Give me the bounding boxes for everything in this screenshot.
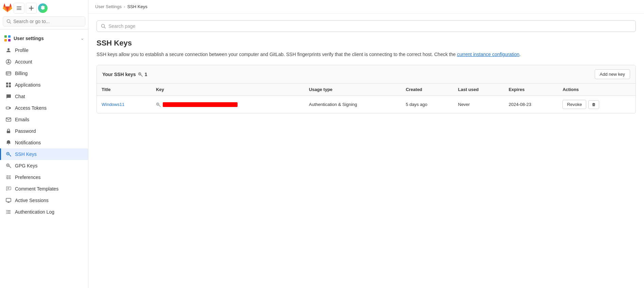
svg-rect-0 [17, 6, 21, 7]
table-header-row: Your SSH keys 1 Add new key [97, 65, 636, 84]
sliders-icon [5, 174, 12, 180]
key-cell [156, 102, 299, 107]
sidebar-item-label: Authentication Log [15, 209, 54, 215]
svg-point-29 [9, 177, 10, 178]
nav-section-title: User settings [14, 36, 44, 41]
col-actions: Actions [558, 84, 636, 96]
add-new-key-button[interactable]: Add new key [595, 69, 630, 79]
page-description: SSH keys allow you to establish a secure… [97, 51, 636, 58]
search-page-icon [101, 24, 106, 29]
sidebar-item-label: Emails [15, 117, 29, 122]
search-page-bar[interactable] [97, 20, 636, 32]
token-icon [5, 105, 12, 111]
sidebar-item-emails[interactable]: Emails [0, 114, 88, 125]
sidebar-item-gpg-keys[interactable]: GPG Keys [0, 160, 88, 172]
delete-button[interactable] [588, 100, 599, 109]
lock-icon [5, 128, 12, 134]
comment-template-icon [5, 186, 12, 192]
svg-rect-14 [9, 83, 11, 85]
sidebar-item-active-sessions[interactable]: Active Sessions [0, 195, 88, 206]
sidebar-item-label: Profile [15, 48, 29, 53]
svg-line-4 [10, 22, 11, 24]
revoke-button[interactable]: Revoke [562, 100, 586, 109]
monitor-icon [5, 197, 12, 203]
person-icon [5, 47, 12, 53]
col-usage-type: Usage type [304, 84, 401, 96]
sidebar-item-label: Active Sessions [15, 198, 49, 203]
ssh-keys-table: Title Key Usage type Created Last used E… [97, 84, 636, 113]
key-redacted-value [163, 102, 238, 107]
user-avatar-icon[interactable] [38, 3, 48, 13]
svg-rect-16 [9, 85, 11, 87]
svg-point-18 [9, 107, 11, 109]
sidebar-item-label: Applications [15, 82, 41, 88]
sidebar-item-profile[interactable]: Profile [0, 44, 88, 56]
sidebar-item-applications[interactable]: Applications [0, 79, 88, 91]
sidebar-item-billing[interactable]: Billing [0, 68, 88, 79]
breadcrumb: User Settings › SSH Keys [88, 0, 644, 14]
gpg-key-icon [5, 163, 12, 169]
table-row: Windows11 A [97, 96, 636, 113]
current-instance-link[interactable]: current instance configuration [457, 52, 520, 57]
person-circle-icon [5, 59, 12, 65]
svg-rect-7 [4, 39, 7, 41]
sidebar-item-comment-templates[interactable]: Comment Templates [0, 183, 88, 195]
sidebar-item-label: Notifications [15, 140, 41, 145]
svg-rect-2 [17, 10, 21, 10]
sidebar-item-preferences[interactable]: Preferences [0, 172, 88, 183]
col-expires: Expires [504, 84, 558, 96]
breadcrumb-separator: › [124, 4, 125, 9]
bell-icon [5, 140, 12, 146]
svg-rect-5 [4, 35, 7, 38]
sidebar-item-notifications[interactable]: Notifications [0, 137, 88, 148]
key-icon [5, 151, 12, 157]
sidebar-top-icons [3, 3, 85, 14]
nav-section-header-left: User settings [4, 35, 44, 42]
sidebar-item-account[interactable]: Account [0, 56, 88, 68]
gitlab-logo-icon[interactable] [3, 3, 12, 13]
key-count-icon [138, 72, 143, 77]
sidebar-item-chat[interactable]: Chat [0, 91, 88, 102]
sidebar-item-label: Comment Templates [15, 186, 58, 192]
trash-icon [591, 102, 596, 107]
sidebar-item-ssh-keys[interactable]: SSH Keys [0, 148, 88, 160]
sidebar-item-access-tokens[interactable]: Access Tokens [0, 102, 88, 114]
svg-rect-33 [6, 198, 11, 202]
sidebar-toggle-button[interactable] [14, 3, 24, 14]
sidebar-item-password[interactable]: Password [0, 125, 88, 137]
usage-type-cell: Authentication & Signing [304, 96, 401, 113]
search-page-input[interactable] [108, 23, 631, 29]
global-search-bar[interactable]: Search or go to... [3, 16, 85, 26]
credit-card-icon [5, 70, 12, 76]
sidebar-item-label: Access Tokens [15, 105, 47, 111]
envelope-icon [5, 116, 12, 123]
svg-rect-6 [8, 35, 11, 38]
svg-point-47 [157, 104, 158, 105]
page-content: SSH Keys SSH keys allow you to establish… [88, 14, 644, 120]
svg-rect-17 [6, 107, 10, 109]
table-header: Title Key Usage type Created Last used E… [97, 84, 636, 96]
nav-section-header[interactable]: User settings ⌄ [0, 32, 88, 44]
key-title-link[interactable]: Windows11 [102, 102, 124, 107]
sidebar-item-authentication-log[interactable]: Authentication Log [0, 206, 88, 218]
svg-rect-20 [7, 131, 10, 133]
new-item-button[interactable] [26, 3, 37, 14]
sidebar-item-label: Preferences [15, 175, 40, 180]
breadcrumb-parent-link[interactable]: User Settings [95, 4, 122, 9]
grid-icon [5, 82, 12, 88]
col-created: Created [401, 84, 453, 96]
svg-rect-15 [6, 85, 8, 87]
last-used-cell: Never [453, 96, 504, 113]
svg-point-30 [7, 178, 8, 179]
svg-point-39 [6, 210, 7, 211]
svg-point-24 [7, 165, 8, 166]
key-icon-cell [156, 102, 161, 107]
expires-cell: 2024-08-23 [504, 96, 558, 113]
svg-rect-13 [6, 83, 8, 85]
chevron-down-icon: ⌄ [81, 36, 84, 41]
svg-point-41 [6, 213, 7, 214]
svg-point-22 [7, 153, 8, 154]
svg-rect-8 [8, 39, 11, 41]
nav-section: User settings ⌄ Profile Account Billing [0, 30, 88, 220]
key-title-cell: Windows11 [97, 96, 151, 113]
